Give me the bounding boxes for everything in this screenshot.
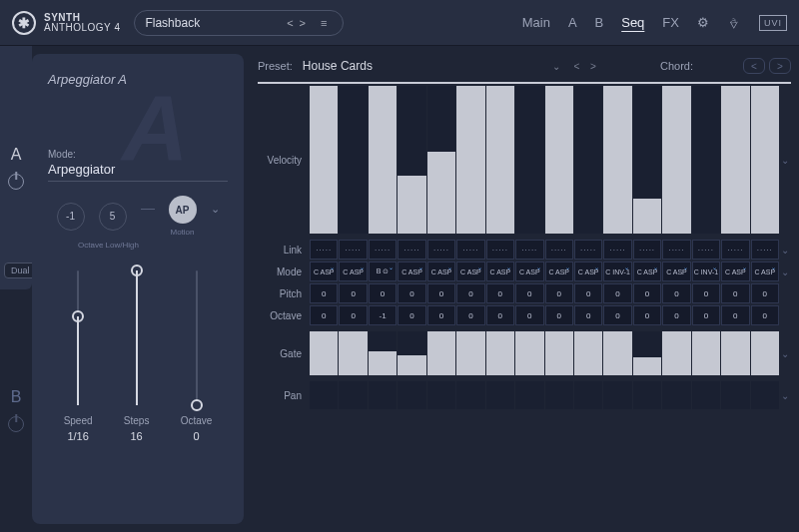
octave-slider[interactable]: Octave 0: [181, 270, 213, 442]
octave-step[interactable]: 0: [427, 305, 455, 325]
octave-step[interactable]: 0: [662, 305, 690, 325]
pan-step[interactable]: [692, 381, 720, 409]
gate-step[interactable]: [486, 331, 514, 375]
rail-layer-a[interactable]: A: [0, 46, 32, 289]
chord-prev-button[interactable]: <: [743, 58, 765, 74]
chevron-down-icon[interactable]: ⌄: [552, 61, 564, 72]
settings-icon[interactable]: ⚙: [697, 15, 709, 30]
link-step[interactable]: ·····: [310, 240, 338, 260]
chevron-down-icon[interactable]: ⌄: [779, 381, 791, 409]
velocity-step[interactable]: [515, 86, 543, 234]
link-step[interactable]: ·····: [662, 240, 690, 260]
gate-step[interactable]: [427, 331, 455, 375]
tuning-fork-icon[interactable]: ⎀: [729, 14, 739, 32]
pitch-step[interactable]: 0: [456, 283, 484, 303]
steps-slider[interactable]: .lp-sliders .slider-col:nth-child(2) .sl…: [124, 270, 150, 442]
pitch-step[interactable]: 0: [339, 283, 367, 303]
pan-step[interactable]: [339, 381, 367, 409]
global-preset-selector[interactable]: Flashback <> ≡: [134, 10, 344, 36]
mode-step[interactable]: C ASP⌄: [310, 262, 338, 281]
pitch-step[interactable]: 0: [427, 283, 455, 303]
pan-step[interactable]: [515, 381, 543, 409]
chord-next-button[interactable]: >: [769, 58, 791, 74]
power-icon[interactable]: [8, 416, 24, 432]
octave-step[interactable]: 0: [692, 305, 720, 325]
pitch-step[interactable]: 0: [310, 283, 338, 303]
rail-layer-b[interactable]: B: [0, 289, 32, 533]
pan-step[interactable]: [398, 381, 425, 409]
chevron-down-icon[interactable]: ⌄: [779, 86, 791, 234]
pitch-step[interactable]: 0: [603, 283, 631, 303]
link-step[interactable]: ·····: [721, 240, 749, 260]
octave-step[interactable]: 0: [574, 305, 602, 325]
gate-step[interactable]: [456, 331, 484, 375]
nav-a[interactable]: A: [568, 15, 577, 30]
chevron-down-icon[interactable]: ⌄: [779, 240, 791, 260]
velocity-step[interactable]: [339, 86, 367, 234]
velocity-step[interactable]: [427, 86, 455, 234]
pitch-step[interactable]: 0: [662, 283, 690, 303]
gate-step[interactable]: [603, 331, 631, 375]
pan-row[interactable]: Pan ⌄: [258, 381, 791, 409]
gate-step[interactable]: [721, 331, 749, 375]
velocity-step[interactable]: [751, 86, 779, 234]
mode-step[interactable]: C ASP⌄: [574, 262, 602, 281]
octave-step[interactable]: -1: [369, 305, 397, 325]
gate-step[interactable]: [339, 331, 367, 375]
mode-step[interactable]: C ASP⌄: [456, 262, 484, 281]
preset-nav-icon[interactable]: <> ≡: [287, 17, 333, 29]
octave-step[interactable]: 0: [515, 305, 543, 325]
motion-knob[interactable]: AP Motion: [169, 196, 197, 237]
velocity-step[interactable]: [721, 86, 749, 234]
mode-step[interactable]: C ASP⌄: [515, 262, 543, 281]
nav-fx[interactable]: FX: [662, 15, 679, 30]
octave-step[interactable]: 0: [633, 305, 661, 325]
octave-row[interactable]: Octave 00-10000000000000: [258, 305, 791, 325]
mode-step[interactable]: C INV-1⌄: [692, 262, 720, 281]
power-icon[interactable]: [8, 174, 24, 190]
velocity-step[interactable]: [662, 86, 690, 234]
pan-step[interactable]: [456, 381, 484, 409]
octave-step[interactable]: 0: [486, 305, 514, 325]
octave-step[interactable]: 0: [310, 305, 338, 325]
gate-step[interactable]: [751, 331, 779, 375]
gate-step[interactable]: [662, 331, 690, 375]
mode-step[interactable]: C ASP⌄: [398, 262, 425, 281]
octave-step[interactable]: 0: [751, 305, 779, 325]
velocity-step[interactable]: [545, 86, 573, 234]
gate-step[interactable]: [398, 331, 425, 375]
link-step[interactable]: ·····: [545, 240, 573, 260]
pan-step[interactable]: [545, 381, 573, 409]
velocity-step[interactable]: [369, 86, 397, 234]
gate-step[interactable]: [633, 331, 661, 375]
velocity-step[interactable]: [633, 86, 661, 234]
chevron-down-icon[interactable]: ⌄: [211, 203, 220, 216]
nav-b[interactable]: B: [595, 15, 604, 30]
octave-step[interactable]: 0: [398, 305, 425, 325]
pan-step[interactable]: [603, 381, 631, 409]
velocity-step[interactable]: [574, 86, 602, 234]
velocity-step[interactable]: [398, 86, 425, 234]
octave-step[interactable]: 0: [603, 305, 631, 325]
pan-step[interactable]: [486, 381, 514, 409]
pitch-step[interactable]: 0: [369, 283, 397, 303]
gate-step[interactable]: [692, 331, 720, 375]
chevron-down-icon[interactable]: ⌄: [779, 331, 791, 375]
octave-step[interactable]: 0: [456, 305, 484, 325]
link-step[interactable]: ·····: [751, 240, 779, 260]
octave-step[interactable]: 0: [339, 305, 367, 325]
mode-step[interactable]: C ASP⌄: [427, 262, 455, 281]
link-row[interactable]: Link ···································…: [258, 240, 791, 260]
mode-row[interactable]: Mode C ASP⌄C ASP⌄B ⊙⌄C ASP⌄C ASP⌄C ASP⌄C…: [258, 262, 791, 281]
seq-preset-selector[interactable]: House Cards: [303, 59, 373, 73]
mode-step[interactable]: C ASP⌄: [545, 262, 573, 281]
link-step[interactable]: ·····: [515, 240, 543, 260]
mode-step[interactable]: C ASP⌄: [339, 262, 367, 281]
gate-step[interactable]: [545, 331, 573, 375]
octave-step[interactable]: 0: [545, 305, 573, 325]
gate-step[interactable]: [310, 331, 338, 375]
pitch-step[interactable]: 0: [721, 283, 749, 303]
pan-step[interactable]: [721, 381, 749, 409]
pan-step[interactable]: [633, 381, 661, 409]
octave-high-knob[interactable]: 5: [99, 203, 127, 231]
